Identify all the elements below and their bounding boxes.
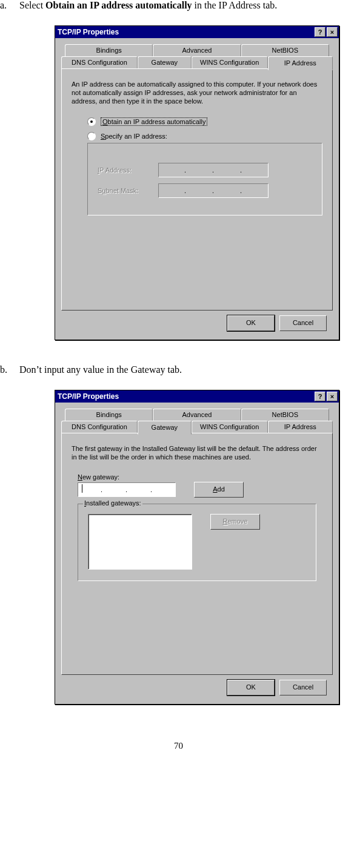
radio-obtain-auto-label: Obtain an IP address automatically: [101, 117, 207, 126]
tab-wins-configuration[interactable]: WINS Configuration: [192, 421, 268, 433]
installed-gateways-list[interactable]: [88, 514, 192, 570]
subnet-mask-input: ...: [158, 183, 269, 198]
subnet-mask-label: Subnet Mask:: [98, 187, 158, 194]
tab-panel-gateway: The first gateway in the Installed Gatew…: [61, 433, 333, 675]
tab-advanced[interactable]: Advanced: [153, 44, 241, 56]
ipaddress-description: An IP address can be automatically assig…: [72, 80, 322, 105]
radio-specify-ip[interactable]: Specify an IP address:: [87, 132, 322, 140]
ok-button[interactable]: OK: [227, 680, 275, 695]
remove-button: Remove: [210, 514, 260, 530]
close-icon[interactable]: ×: [327, 392, 338, 401]
step-b-letter: b.: [0, 364, 17, 375]
tab-wins-configuration[interactable]: WINS Configuration: [192, 56, 268, 68]
installed-gateways-label: Installed gateways:: [83, 499, 142, 507]
close-icon[interactable]: ×: [327, 27, 338, 37]
step-a-letter: a.: [0, 0, 17, 11]
help-icon[interactable]: ?: [315, 27, 325, 37]
specify-ip-group: IP Address: ... Subnet Mask: ...: [87, 143, 322, 215]
radio-icon: [87, 132, 96, 140]
tab-dns-configuration[interactable]: DNS Configuration: [61, 56, 138, 68]
ip-address-label: IP Address:: [98, 166, 158, 174]
tab-advanced[interactable]: Advanced: [153, 409, 241, 421]
tcpip-properties-dialog-ipaddress: TCP/IP Properties ? × Bindings Advanced …: [55, 25, 339, 340]
gateway-description: The first gateway in the Installed Gatew…: [72, 444, 322, 461]
step-b-text: Don’t input any value in the Gateway tab…: [19, 364, 357, 375]
tab-bindings[interactable]: Bindings: [65, 409, 153, 421]
dialog-title: TCP/IP Properties: [58, 392, 313, 401]
tab-netbios[interactable]: NetBIOS: [241, 409, 329, 421]
tab-dns-configuration[interactable]: DNS Configuration: [61, 421, 138, 433]
cancel-button[interactable]: Cancel: [279, 680, 327, 695]
ip-address-input: ...: [158, 163, 269, 177]
cancel-button[interactable]: Cancel: [279, 315, 327, 331]
tab-gateway[interactable]: Gateway: [138, 56, 192, 68]
installed-gateways-group: Installed gateways: Remove: [78, 504, 316, 581]
step-a-text: Select Obtain an IP address automaticall…: [19, 0, 357, 11]
radio-obtain-auto[interactable]: Obtain an IP address automatically: [87, 117, 322, 126]
titlebar: TCP/IP Properties ? ×: [55, 26, 339, 38]
titlebar: TCP/IP Properties ? ×: [55, 390, 339, 403]
new-gateway-label: New gateway:: [78, 473, 322, 481]
radio-icon: [87, 117, 96, 126]
tcpip-properties-dialog-gateway: TCP/IP Properties ? × Bindings Advanced …: [55, 390, 339, 705]
new-gateway-input[interactable]: ...: [78, 482, 176, 497]
tab-gateway[interactable]: Gateway: [138, 421, 192, 435]
ok-button[interactable]: OK: [227, 315, 275, 331]
page-number: 70: [0, 741, 357, 751]
dialog-title: TCP/IP Properties: [58, 28, 313, 36]
tab-ip-address[interactable]: IP Address: [268, 56, 333, 70]
add-button[interactable]: Add: [194, 482, 244, 498]
tab-netbios[interactable]: NetBIOS: [241, 44, 329, 56]
tab-panel-ipaddress: An IP address can be automatically assig…: [61, 68, 333, 311]
tab-bindings[interactable]: Bindings: [65, 44, 153, 56]
radio-specify-ip-label: Specify an IP address:: [101, 133, 167, 140]
tab-ip-address[interactable]: IP Address: [268, 421, 333, 433]
help-icon[interactable]: ?: [315, 392, 325, 401]
